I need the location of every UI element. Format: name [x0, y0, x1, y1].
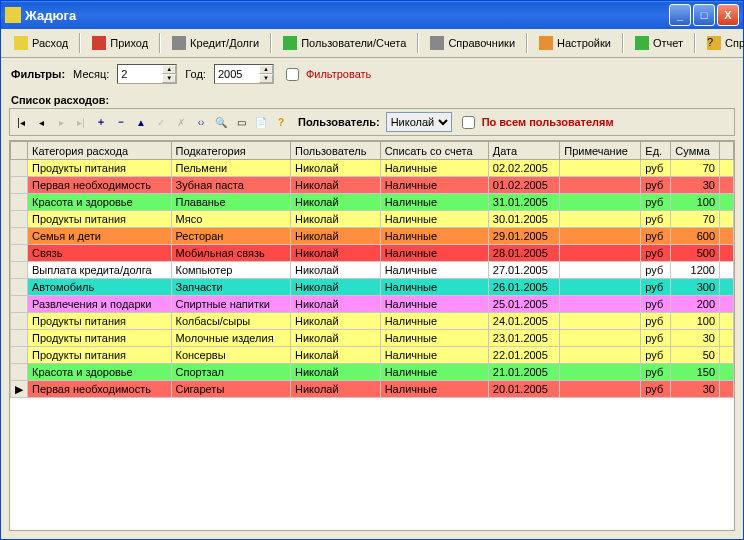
cell-user[interactable]: Николай — [291, 313, 381, 330]
tab-refs[interactable]: Справочники — [423, 33, 522, 53]
month-input[interactable] — [118, 65, 162, 83]
cell-unit[interactable]: руб — [641, 211, 671, 228]
table-row[interactable]: Продукты питанияКолбасы/сырыНиколайНалич… — [11, 313, 734, 330]
col-note[interactable]: Примечание — [560, 142, 641, 160]
cell-note[interactable] — [560, 177, 641, 194]
cell-category[interactable]: Развлечения и подарки — [28, 296, 172, 313]
table-row[interactable]: Первая необходимостьЗубная пастаНиколайН… — [11, 177, 734, 194]
cell-note[interactable] — [560, 347, 641, 364]
cell-note[interactable] — [560, 279, 641, 296]
cell-date[interactable]: 24.01.2005 — [488, 313, 559, 330]
cell-unit[interactable]: руб — [641, 160, 671, 177]
cell-unit[interactable]: руб — [641, 262, 671, 279]
refresh-icon[interactable]: ‹› — [194, 115, 208, 129]
cell-user[interactable]: Николай — [291, 364, 381, 381]
cell-account[interactable]: Наличные — [380, 381, 488, 398]
cell-user[interactable]: Николай — [291, 347, 381, 364]
cell-date[interactable]: 30.01.2005 — [488, 211, 559, 228]
col-unit[interactable]: Ед. — [641, 142, 671, 160]
table-row[interactable]: ▶Первая необходимостьСигаретыНиколайНали… — [11, 381, 734, 398]
col-account[interactable]: Списать со счета — [380, 142, 488, 160]
cell-note[interactable] — [560, 364, 641, 381]
cell-category[interactable]: Красота и здоровье — [28, 194, 172, 211]
search-icon[interactable]: 🔍 — [214, 115, 228, 129]
cell-note[interactable] — [560, 330, 641, 347]
cell-note[interactable] — [560, 296, 641, 313]
cell-date[interactable]: 31.01.2005 — [488, 194, 559, 211]
nav-next-icon[interactable]: ▸ — [54, 115, 68, 129]
cell-date[interactable]: 27.01.2005 — [488, 262, 559, 279]
cell-account[interactable]: Наличные — [380, 211, 488, 228]
cell-unit[interactable]: руб — [641, 364, 671, 381]
cell-account[interactable]: Наличные — [380, 245, 488, 262]
cell-unit[interactable]: руб — [641, 381, 671, 398]
year-spinbox[interactable]: ▲▼ — [214, 64, 274, 84]
table-row[interactable]: Продукты питанияПельмениНиколайНаличные0… — [11, 160, 734, 177]
cell-note[interactable] — [560, 211, 641, 228]
cell-unit[interactable]: руб — [641, 245, 671, 262]
table-row[interactable]: Продукты питанияКонсервыНиколайНаличные2… — [11, 347, 734, 364]
cell-category[interactable]: Связь — [28, 245, 172, 262]
spin-up-icon[interactable]: ▲ — [259, 65, 273, 74]
cell-unit[interactable]: руб — [641, 177, 671, 194]
table-row[interactable]: Выплата кредита/долгаКомпьютерНиколайНал… — [11, 262, 734, 279]
close-button[interactable]: X — [717, 4, 739, 26]
cell-subcategory[interactable]: Ресторан — [171, 228, 290, 245]
tab-expense[interactable]: Расход — [7, 33, 75, 53]
cell-account[interactable]: Наличные — [380, 330, 488, 347]
cell-account[interactable]: Наличные — [380, 364, 488, 381]
all-users-checkbox-box[interactable] — [462, 116, 475, 129]
table-row[interactable]: Продукты питанияМолочные изделияНиколайН… — [11, 330, 734, 347]
col-date[interactable]: Дата — [488, 142, 559, 160]
nav-prev-icon[interactable]: ◂ — [34, 115, 48, 129]
commit-icon[interactable]: ✓ — [154, 115, 168, 129]
cell-user[interactable]: Николай — [291, 194, 381, 211]
cell-sum[interactable]: 150 — [671, 364, 720, 381]
cell-account[interactable]: Наличные — [380, 279, 488, 296]
cell-category[interactable]: Выплата кредита/долга — [28, 262, 172, 279]
cell-category[interactable]: Продукты питания — [28, 211, 172, 228]
cell-category[interactable]: Продукты питания — [28, 347, 172, 364]
grid-wrap[interactable]: Категория расхода Подкатегория Пользоват… — [9, 140, 735, 531]
col-subcategory[interactable]: Подкатегория — [171, 142, 290, 160]
cancel-icon[interactable]: ✗ — [174, 115, 188, 129]
card-icon[interactable]: ▭ — [234, 115, 248, 129]
table-row[interactable]: Семья и детиРесторанНиколайНаличные29.01… — [11, 228, 734, 245]
cell-account[interactable]: Наличные — [380, 313, 488, 330]
cell-user[interactable]: Николай — [291, 160, 381, 177]
cell-sum[interactable]: 300 — [671, 279, 720, 296]
cell-category[interactable]: Автомобиль — [28, 279, 172, 296]
cell-category[interactable]: Семья и дети — [28, 228, 172, 245]
table-row[interactable]: СвязьМобильная связьНиколайНаличные28.01… — [11, 245, 734, 262]
cell-sum[interactable]: 200 — [671, 296, 720, 313]
cell-account[interactable]: Наличные — [380, 177, 488, 194]
cell-date[interactable]: 28.01.2005 — [488, 245, 559, 262]
expense-grid[interactable]: Категория расхода Подкатегория Пользоват… — [10, 141, 734, 398]
tab-help[interactable]: ?Справка — [700, 33, 744, 53]
cell-note[interactable] — [560, 313, 641, 330]
cell-user[interactable]: Николай — [291, 177, 381, 194]
cell-sum[interactable]: 100 — [671, 313, 720, 330]
nav-last-icon[interactable]: ▸| — [74, 115, 88, 129]
cell-account[interactable]: Наличные — [380, 194, 488, 211]
cell-date[interactable]: 29.01.2005 — [488, 228, 559, 245]
spin-down-icon[interactable]: ▼ — [259, 74, 273, 83]
add-icon[interactable]: ＋ — [94, 115, 108, 129]
cell-category[interactable]: Продукты питания — [28, 313, 172, 330]
cell-sum[interactable]: 30 — [671, 381, 720, 398]
table-row[interactable]: Красота и здоровьеПлаваньеНиколайНаличны… — [11, 194, 734, 211]
cell-user[interactable]: Николай — [291, 262, 381, 279]
cell-unit[interactable]: руб — [641, 228, 671, 245]
cell-category[interactable]: Первая необходимость — [28, 381, 172, 398]
cell-category[interactable]: Продукты питания — [28, 330, 172, 347]
cell-user[interactable]: Николай — [291, 211, 381, 228]
remove-icon[interactable]: － — [114, 115, 128, 129]
cell-note[interactable] — [560, 194, 641, 211]
filter-checkbox[interactable]: Фильтровать — [282, 65, 371, 84]
user-select[interactable]: Николай — [386, 112, 452, 132]
cell-unit[interactable]: руб — [641, 279, 671, 296]
cell-sum[interactable]: 30 — [671, 177, 720, 194]
cell-unit[interactable]: руб — [641, 194, 671, 211]
cell-user[interactable]: Николай — [291, 228, 381, 245]
cell-subcategory[interactable]: Консервы — [171, 347, 290, 364]
